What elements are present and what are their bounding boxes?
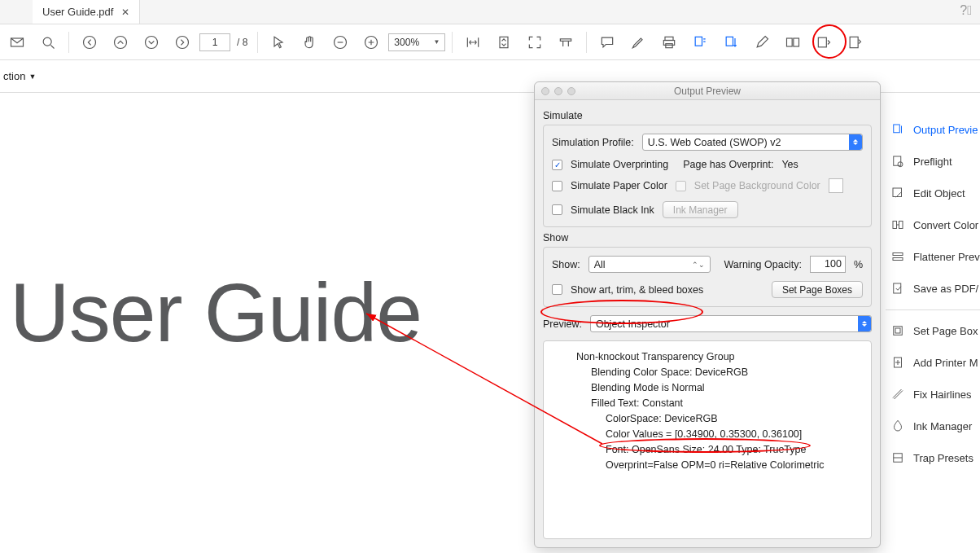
page-has-overprint-label: Page has Overprint: [683, 159, 773, 170]
svg-rect-29 [895, 328, 900, 333]
output-preview-panel: Output Preview Simulate Simulation Profi… [534, 81, 881, 548]
simulation-profile-select[interactable]: U.S. Web Coated (SWOP) v2 [642, 134, 863, 151]
svg-rect-26 [893, 258, 903, 261]
simulate-black-ink-label: Simulate Black Ink [571, 204, 654, 216]
rail-output-preview[interactable]: Output Previe [886, 114, 980, 146]
help-icon[interactable]: ?⃝ [952, 0, 980, 24]
svg-point-1 [43, 37, 51, 46]
truncated-menu-label[interactable]: ction [3, 70, 25, 82]
pointer-icon[interactable] [265, 29, 292, 56]
output-preview-icon[interactable] [717, 29, 745, 56]
page-down-icon[interactable] [138, 29, 165, 56]
page-up-icon[interactable] [107, 29, 134, 56]
fit-page-icon[interactable] [490, 29, 518, 56]
simulate-paper-color-checkbox[interactable] [552, 181, 562, 191]
svg-rect-9 [561, 38, 571, 41]
svg-point-21 [898, 162, 903, 167]
ink-manager-button: Ink Manager [663, 201, 738, 218]
svg-rect-10 [665, 37, 673, 40]
print-icon[interactable] [655, 29, 683, 56]
highlight-icon[interactable] [624, 29, 652, 56]
svg-rect-22 [893, 188, 902, 197]
simulate-black-ink-checkbox[interactable] [552, 204, 562, 215]
compare-icon[interactable] [779, 29, 807, 56]
svg-rect-24 [899, 222, 903, 229]
fullscreen-icon[interactable] [521, 29, 549, 56]
svg-point-2 [84, 36, 96, 48]
zoom-in-icon[interactable] [357, 29, 385, 56]
show-section-label: Show [543, 227, 872, 247]
simulate-paper-color-label: Simulate Paper Color [571, 180, 667, 191]
show-label: Show: [552, 259, 580, 270]
edit-icon[interactable] [748, 29, 776, 56]
fit-width-icon[interactable] [459, 29, 487, 56]
svg-rect-20 [894, 156, 901, 165]
next-view-icon[interactable] [168, 29, 196, 56]
simulate-overprinting-label: Simulate Overprinting [571, 159, 668, 170]
tab-bar: User Guide.pdf ✕ ?⃝ [0, 0, 980, 24]
rail-convert-colors[interactable]: Convert Color [886, 209, 980, 241]
svg-rect-13 [696, 37, 702, 46]
read-mode-icon[interactable] [552, 29, 580, 56]
set-bg-color-checkbox [676, 181, 686, 191]
svg-rect-16 [794, 38, 799, 46]
bg-color-swatch [829, 178, 843, 193]
document-tab[interactable]: User Guide.pdf ✕ [33, 0, 140, 24]
preview-label: Preview: [543, 318, 582, 330]
svg-rect-28 [894, 327, 903, 336]
show-select[interactable]: All⌃⌄ [588, 256, 711, 273]
warning-opacity-input[interactable]: 100 [810, 256, 846, 273]
panel-titlebar[interactable]: Output Preview [535, 82, 880, 100]
rail-preflight[interactable]: Preflight [886, 146, 980, 178]
page-total: / 8 [234, 37, 251, 48]
page-number-input[interactable]: 1 [199, 33, 230, 51]
svg-rect-15 [787, 38, 793, 46]
simulate-section-label: Simulate [543, 105, 872, 125]
svg-rect-12 [666, 43, 672, 47]
preview-select[interactable]: Object Inspector [590, 315, 872, 332]
svg-rect-23 [893, 222, 897, 229]
zoom-select[interactable]: 300%▼ [388, 33, 445, 51]
show-boxes-checkbox[interactable] [552, 284, 562, 295]
svg-rect-14 [727, 37, 733, 46]
search-icon[interactable] [34, 29, 62, 56]
organize-icon[interactable] [810, 29, 838, 56]
close-icon[interactable]: ✕ [121, 7, 129, 18]
object-inspector-output: Non-knockout Transparency Group Blending… [543, 340, 872, 539]
toolbar: 1 / 8 300%▼ [0, 24, 980, 60]
page-has-overprint-value: Yes [781, 159, 798, 170]
warning-opacity-unit: % [854, 259, 863, 270]
panel-title: Output Preview [535, 86, 880, 97]
svg-point-5 [177, 36, 189, 48]
export-icon[interactable] [841, 29, 868, 56]
rail-edit-object[interactable]: Edit Object [886, 178, 980, 209]
tools-rail: Output Previe Preflight Edit Object Conv… [886, 114, 980, 474]
prev-view-icon[interactable] [76, 29, 103, 56]
show-boxes-label: Show art, trim, & bleed boxes [571, 284, 703, 296]
zoom-out-icon[interactable] [326, 29, 354, 56]
svg-rect-25 [893, 253, 903, 256]
rail-set-page-boxes[interactable]: Set Page Box [886, 315, 980, 347]
mail-icon[interactable] [3, 29, 31, 56]
svg-rect-17 [819, 37, 827, 47]
rail-add-printer-marks[interactable]: Add Printer M [886, 347, 980, 379]
page-thumbnails-icon[interactable] [686, 29, 714, 56]
set-bg-color-label: Set Page Background Color [694, 180, 820, 191]
svg-point-4 [146, 36, 158, 48]
rail-flattener-preview[interactable]: Flattener Prev [886, 241, 980, 273]
tab-title: User Guide.pdf [42, 6, 113, 18]
hand-icon[interactable] [295, 29, 323, 56]
svg-rect-19 [894, 125, 900, 133]
warning-opacity-label: Warning Opacity: [724, 259, 801, 270]
simulation-profile-label: Simulation Profile: [552, 137, 634, 148]
set-page-boxes-button[interactable]: Set Page Boxes [772, 281, 863, 298]
comment-icon[interactable] [593, 29, 621, 56]
svg-rect-18 [851, 37, 859, 47]
rail-save-as-pdfx[interactable]: Save as PDF/ [886, 273, 980, 305]
simulate-overprinting-checkbox[interactable] [552, 160, 562, 170]
rail-fix-hairlines[interactable]: Fix Hairlines [886, 379, 980, 410]
document-heading: User Guide [10, 266, 422, 361]
rail-ink-manager[interactable]: Ink Manager [886, 410, 980, 442]
rail-trap-presets[interactable]: Trap Presets [886, 442, 980, 474]
svg-point-3 [115, 36, 127, 48]
